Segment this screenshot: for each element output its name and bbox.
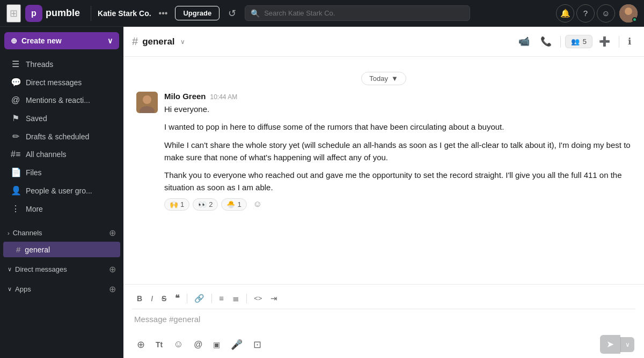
header-action-divider <box>560 36 561 48</box>
channel-header-hash-icon: # <box>132 35 138 48</box>
toolbar-sep-2 <box>211 294 212 303</box>
message-content: Milo Green 10:44 AM Hi everyone. I wante… <box>164 92 631 211</box>
files-icon: 📄 <box>11 167 20 177</box>
message-paragraph-3: While I can't share the whole story yet … <box>164 139 631 164</box>
quote-button[interactable]: ❝ <box>171 291 184 305</box>
message-header: Milo Green 10:44 AM <box>164 92 631 101</box>
reaction-emoji-2: 👀 <box>198 200 207 208</box>
sidebar-item-direct-messages[interactable]: 💬 Direct messages <box>3 73 120 91</box>
message-paragraph-2: I wanted to pop in here to diffuse some … <box>164 121 631 133</box>
notifications-button[interactable]: 🔔 <box>556 4 574 23</box>
date-label: Today <box>369 74 388 83</box>
emoji-status-button[interactable]: ☺ <box>597 4 615 23</box>
reaction-count-3: 1 <box>237 200 241 208</box>
header-icons: 🔔 ? ☺ <box>556 4 638 23</box>
files-label: Files <box>26 168 42 177</box>
reaction-emoji-1: 🙌 <box>170 200 178 208</box>
expand-button[interactable]: ⊡ <box>250 337 265 353</box>
gif-button[interactable]: ▣ <box>209 338 224 351</box>
apps-add-icon[interactable]: ⊕ <box>109 284 116 294</box>
dm-add-icon[interactable]: ⊕ <box>109 264 116 274</box>
channels-chevron-icon: › <box>8 230 10 236</box>
code-button[interactable]: <> <box>250 292 266 304</box>
text-format-button[interactable]: Tt <box>152 338 166 351</box>
sidebar-item-threads[interactable]: ☰ Threads <box>3 55 120 73</box>
direct-messages-icon: 💬 <box>11 77 20 87</box>
sidebar-item-people[interactable]: 👤 People & user gro... <box>3 182 120 199</box>
date-badge[interactable]: Today ▼ <box>361 72 406 85</box>
all-channels-label: All channels <box>26 150 67 159</box>
emoji-picker-button[interactable]: ☺ <box>170 337 187 352</box>
history-button[interactable]: ↺ <box>224 5 240 21</box>
reaction-chick[interactable]: 🐣 1 <box>221 198 246 211</box>
reaction-emoji-3: 🐣 <box>226 200 235 208</box>
upgrade-button[interactable]: Upgrade <box>175 6 219 20</box>
send-dropdown-button[interactable]: ∨ <box>620 337 634 352</box>
add-reaction-button[interactable]: ☺ <box>250 198 265 211</box>
reaction-count-1: 1 <box>180 200 184 208</box>
more-icon: ⋮ <box>11 204 20 214</box>
sidebar-item-all-channels[interactable]: #≡ All channels <box>3 146 120 163</box>
channels-section-label: Channels <box>13 229 42 237</box>
add-attachment-button[interactable]: ⊕ <box>133 337 149 353</box>
sidebar-item-mentions[interactable]: @ Mentions & reacti... <box>3 92 120 109</box>
avatar-wrap[interactable] <box>619 4 638 23</box>
grid-icon[interactable]: ⊞ <box>6 4 21 23</box>
channel-hash-icon: # <box>16 245 20 254</box>
add-member-button[interactable]: ➕ <box>595 33 614 50</box>
numbered-list-button[interactable]: ≣ <box>229 292 243 305</box>
apps-section: ∨ Apps ⊕ <box>0 281 123 297</box>
members-button[interactable]: 👥 5 <box>565 35 592 48</box>
toolbar-sep-3 <box>246 294 247 303</box>
message-input[interactable]: Message #general <box>132 311 635 333</box>
search-bar[interactable]: 🔍 <box>245 5 470 21</box>
message-paragraph-4: Thank you to everyone who reached out an… <box>164 169 631 194</box>
channel-item-general[interactable]: # general <box>3 242 120 257</box>
dm-section-header[interactable]: ∨ Direct messages ⊕ <box>0 261 123 278</box>
channel-info-button[interactable]: ℹ <box>624 33 635 50</box>
threads-icon: ☰ <box>11 59 20 69</box>
top-header: ⊞ p pumble Katie Stark Co. ••• Upgrade ↺… <box>0 0 644 27</box>
italic-button[interactable]: I <box>147 292 157 305</box>
header-action-divider-2 <box>619 36 619 48</box>
logo-icon: p <box>25 5 42 22</box>
help-button[interactable]: ? <box>576 4 595 23</box>
sidebar-top: ⊕ Create new ∨ <box>0 27 123 51</box>
apps-section-header[interactable]: ∨ Apps ⊕ <box>0 281 123 297</box>
input-toolbar: B I S ❝ 🔗 ≡ ≣ <> ⇥ <box>132 289 635 309</box>
indent-button[interactable]: ⇥ <box>267 292 281 305</box>
mentions-icon: @ <box>11 95 20 105</box>
reaction-celebrate[interactable]: 🙌 1 <box>164 198 189 211</box>
send-button[interactable]: ➤ <box>600 335 620 354</box>
members-icon: 👥 <box>571 38 580 46</box>
sidebar-item-more[interactable]: ⋮ More <box>3 200 120 218</box>
channel-dropdown-icon[interactable]: ∨ <box>180 38 185 46</box>
send-group: ➤ ∨ <box>600 335 634 354</box>
link-button[interactable]: 🔗 <box>191 292 208 305</box>
bold-button[interactable]: B <box>133 292 146 305</box>
input-bottom-bar: ⊕ Tt ☺ @ ▣ 🎤 ⊡ ➤ ∨ <box>132 333 635 356</box>
strikethrough-button[interactable]: S <box>158 292 170 305</box>
sidebar-nav: ☰ Threads 💬 Direct messages @ Mentions &… <box>0 51 123 221</box>
sidebar: ⊕ Create new ∨ ☰ Threads 💬 Direct messag… <box>0 27 123 358</box>
reaction-eyes[interactable]: 👀 2 <box>193 198 218 211</box>
dm-chevron-icon: ∨ <box>8 266 12 273</box>
video-call-button[interactable]: 📹 <box>514 33 534 50</box>
mention-button[interactable]: @ <box>191 338 207 352</box>
bullet-list-button[interactable]: ≡ <box>215 292 228 305</box>
voice-call-button[interactable]: 📞 <box>536 33 556 50</box>
dm-section: ∨ Direct messages ⊕ <box>0 261 123 278</box>
sidebar-item-saved[interactable]: ⚑ Saved <box>3 109 120 127</box>
audio-button[interactable]: 🎤 <box>227 337 246 353</box>
create-new-button[interactable]: ⊕ Create new ∨ <box>4 32 119 49</box>
sidebar-item-files[interactable]: 📄 Files <box>3 163 120 181</box>
logo-text: pumble <box>46 8 80 19</box>
saved-label: Saved <box>26 114 47 123</box>
workspace-name: Katie Stark Co. <box>98 9 151 18</box>
sidebar-item-drafts[interactable]: ✏ Drafts & scheduled <box>3 128 120 145</box>
workspace-menu-button[interactable]: ••• <box>156 8 171 19</box>
channels-section-header[interactable]: › Channels ⊕ <box>0 225 123 241</box>
search-input[interactable] <box>264 6 464 20</box>
channel-header: # general ∨ 📹 📞 👥 5 ➕ ℹ <box>123 27 644 57</box>
channels-add-icon[interactable]: ⊕ <box>109 228 116 238</box>
